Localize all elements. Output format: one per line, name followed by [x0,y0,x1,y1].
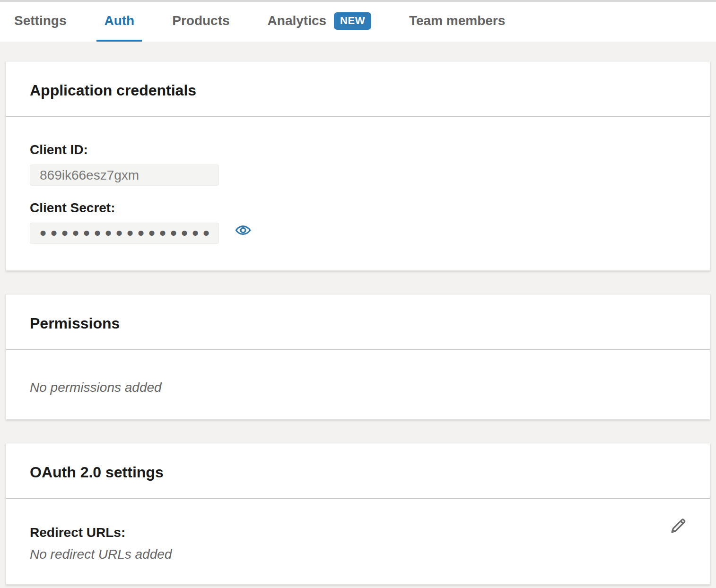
client-secret-masked-value: •••••••••••••••• [40,223,214,244]
redirect-urls-empty-text: No redirect URLs added [30,546,686,562]
oauth-settings-header: OAuth 2.0 settings [6,443,710,499]
tab-products-label: Products [172,13,229,28]
client-secret-field[interactable]: •••••••••••••••• [30,223,219,244]
oauth-settings-body: Redirect URLs: No redirect URLs added [6,499,710,584]
reveal-secret-button[interactable] [234,221,252,239]
permissions-title: Permissions [30,314,686,332]
tab-settings[interactable]: Settings [7,2,74,42]
application-credentials-body: Client ID: 869ik66esz7gxm Client Secret:… [6,117,710,270]
tab-team-members-label: Team members [409,13,505,28]
tab-settings-label: Settings [14,13,66,28]
permissions-card: Permissions No permissions added [6,294,710,420]
new-badge: NEW [334,12,371,30]
application-credentials-card: Application credentials Client ID: 869ik… [6,61,710,271]
tab-bar: Settings Auth Products Analytics NEW Tea… [0,0,716,42]
tab-products[interactable]: Products [165,2,237,42]
oauth-settings-card: OAuth 2.0 settings Redirect URLs: No red… [6,443,710,585]
tab-auth[interactable]: Auth [96,2,142,42]
application-credentials-title: Application credentials [30,81,686,99]
client-secret-label: Client Secret: [30,200,686,216]
tab-auth-label: Auth [104,13,134,28]
client-id-label: Client ID: [30,142,686,158]
permissions-body: No permissions added [6,350,710,419]
eye-icon [235,222,252,239]
tab-team-members[interactable]: Team members [402,2,513,42]
application-credentials-header: Application credentials [6,61,710,117]
permissions-empty-text: No permissions added [30,380,686,396]
client-id-field[interactable]: 869ik66esz7gxm [30,164,219,186]
auth-page-content: Application credentials Client ID: 869ik… [0,61,716,585]
redirect-urls-label: Redirect URLs: [30,525,686,541]
tab-analytics-label: Analytics [268,13,327,28]
client-id-value: 869ik66esz7gxm [40,168,139,183]
client-secret-row: •••••••••••••••• [30,216,686,244]
tab-analytics[interactable]: Analytics NEW [260,2,379,42]
pencil-icon [669,517,688,536]
oauth-settings-title: OAuth 2.0 settings [30,463,686,481]
edit-redirect-urls-button[interactable] [668,516,688,536]
permissions-header: Permissions [6,294,710,350]
